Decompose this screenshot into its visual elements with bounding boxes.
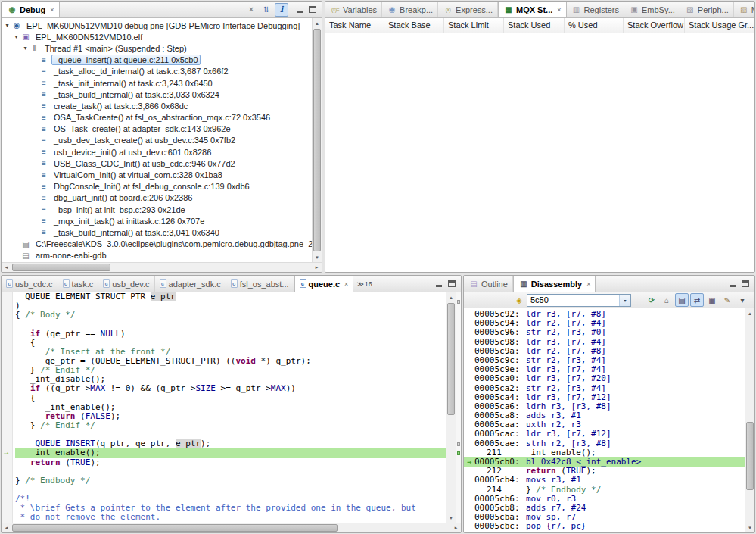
tree-row[interactable]: ≡usb_device_init() at usb_dev.c:601 0x82… [2, 146, 312, 158]
scroll-up-icon[interactable]: ▲ [745, 308, 755, 318]
tab-breakp[interactable]: ◉Breakp... [382, 2, 438, 17]
tab-queue-c[interactable]: cqueue.c× [294, 276, 354, 292]
tab-usb-cdc-c[interactable]: cusb_cdc.c [2, 276, 58, 292]
tree-row[interactable]: ≡dbg_uart_init() at board.c:206 0x2386 [2, 192, 312, 204]
close-icon[interactable]: × [586, 280, 590, 288]
tree-row[interactable]: ≡_usb_dev_task_create() at usb_dev.c:345… [2, 135, 312, 146]
scrollbar-thumb[interactable] [746, 422, 754, 490]
show-opcodes-icon-button[interactable]: ▦ [705, 293, 719, 307]
scroll-down-icon[interactable]: ▼ [745, 523, 755, 532]
tree-row[interactable]: ≡USB_Class_CDC_Init() at usb_cdc.c:946 0… [2, 158, 312, 169]
tab-usb-dev-c[interactable]: cusb_dev.c [98, 276, 154, 292]
close-icon[interactable]: × [344, 280, 348, 288]
scrollbar-thumb[interactable] [12, 524, 338, 532]
expander-icon[interactable]: ▾ [12, 33, 20, 40]
current-line-marker[interactable] [457, 451, 460, 455]
scroll-right-icon[interactable]: ► [312, 263, 322, 273]
tree-row[interactable]: ▾▣EPL_MK60DN512VMD10.elf [2, 31, 312, 42]
minimize-icon[interactable] [729, 280, 736, 287]
disassembly-listing[interactable]: 00005c92:ldr r3, [r7, #8]00005c94:ldr r2… [464, 308, 745, 532]
tree-row[interactable]: ▤arm-none-eabi-gdb [2, 250, 312, 261]
maximize-icon[interactable] [742, 280, 749, 287]
tree-row[interactable]: ≡_task_alloc_td_internal() at task.c:3,6… [2, 66, 312, 77]
combo-dropdown-icon[interactable]: ▾ [619, 295, 630, 306]
column-header-stack-used[interactable]: Stack Used [504, 18, 565, 33]
tree-row[interactable]: ≡_bsp_init() at init_bsp.c:293 0x21de [2, 204, 312, 215]
tab-fsl-os-abst[interactable]: cfsl_os_abst... [226, 276, 294, 292]
disassembly-vertical-scrollbar[interactable]: ▲ ▼ [745, 308, 754, 532]
column-header-used[interactable]: % Used [565, 18, 624, 33]
address-combo-input[interactable] [527, 295, 619, 306]
close-icon[interactable]: × [50, 6, 54, 14]
debug-view-body: ▾◉EPL_MK60DN512VMD10 debug pne [GDB PEMi… [2, 18, 322, 262]
tree-row[interactable]: ≡_task_build_internal() at task.c:3,041 … [2, 226, 312, 238]
tree-row[interactable]: ≡_task_init_internal() at task.c:3,243 0… [2, 77, 312, 89]
remove-terminated-icon-button[interactable]: × [244, 3, 258, 17]
tree-row[interactable]: ≡OSA_TaskCreate() at fsl_os_abstraction_… [2, 112, 312, 123]
tree-row[interactable]: ≡OS_Task_create() at adapter_sdk.c:143 0… [2, 123, 312, 135]
tab-mqx-st[interactable]: ▦MQX St...× [498, 2, 567, 17]
tab-embsy[interactable]: ▣EmbSy... [624, 2, 680, 17]
tree-row[interactable]: ≡VirtualCom_Init() at virtual_com.c:328 … [2, 169, 312, 180]
tree-row[interactable]: ▤C:\Freescale\KDS_3.0.0\eclipse\plugins\… [2, 239, 312, 250]
expander-icon[interactable]: ▾ [21, 45, 30, 52]
debug-vertical-scrollbar[interactable]: ▲ ▼ [312, 18, 322, 262]
tree-row[interactable]: ▾‖Thread #1 <main> (Suspended : Step) [2, 42, 312, 54]
tab-variables[interactable]: (x)=Variables [325, 2, 382, 17]
tab-debug[interactable]: ◉Debug× [2, 2, 60, 17]
code-area[interactable]: QUEUE_ELEMENT_STRUCT_PTR e_ptr){ /* Body… [13, 292, 446, 523]
view-menu-icon-button[interactable]: ▾ [736, 293, 749, 307]
scroll-up-icon[interactable]: ▲ [446, 292, 456, 302]
pemicro-info-icon-button[interactable]: i [275, 3, 288, 17]
sync-context-icon-button[interactable]: ⇄ [690, 293, 704, 307]
scroll-left-icon[interactable]: ◄ [2, 263, 11, 273]
minimize-icon[interactable] [296, 6, 303, 13]
expander-icon[interactable]: ▾ [3, 22, 11, 29]
updown-arrows-icon-button[interactable]: ⇅ [260, 3, 273, 17]
tree-row[interactable]: ≡_queue_insert() at queue.c:211 0x5cb0 [2, 55, 312, 66]
tab-registers[interactable]: ▥Registers [567, 2, 624, 17]
debug-horizontal-scrollbar[interactable]: ◄ ► [2, 262, 322, 272]
scrollbar-thumb[interactable] [447, 303, 455, 415]
maximize-icon[interactable] [309, 6, 316, 13]
tree-row[interactable]: ≡create_task() at task.c:3,866 0x68dc [2, 100, 312, 111]
show-source-icon-button[interactable]: ▤ [675, 293, 689, 307]
tree-row[interactable]: ≡DbgConsole_Init() at fsl_debug_console.… [2, 181, 312, 192]
column-header-stack-base[interactable]: Stack Base [384, 18, 444, 33]
maximize-icon[interactable] [448, 280, 456, 287]
tree-row[interactable]: ≡_mqx_init_task() at inittask.c:126 0x70… [2, 215, 312, 226]
scrollbar-thumb[interactable] [12, 264, 110, 271]
edit-icon-button[interactable]: ✎ [720, 293, 734, 307]
editor-annotation-ruler[interactable]: → [2, 292, 13, 523]
tree-row[interactable]: ≡_task_build_internal() at task.c:3,033 … [2, 89, 312, 100]
column-header-stack-limit[interactable]: Stack Limit [444, 18, 504, 33]
scroll-up-icon[interactable]: ▲ [313, 18, 322, 28]
scrollbar-thumb[interactable] [313, 29, 321, 251]
tab-disassembly[interactable]: ▥Disassembly× [513, 276, 596, 292]
occurrence-marker[interactable] [457, 442, 460, 446]
scroll-down-icon[interactable]: ▼ [313, 252, 322, 262]
column-header-stack-overflow[interactable]: Stack Overflow [624, 18, 685, 33]
close-icon[interactable]: × [557, 6, 561, 14]
tab-adapter-sdk-c[interactable]: cadapter_sdk.c [155, 276, 226, 292]
tab-express[interactable]: (x)Express... [438, 2, 498, 17]
refresh-icon-button[interactable]: ⟳ [645, 293, 658, 307]
overview-ruler[interactable] [456, 292, 461, 523]
editor-vertical-scrollbar[interactable]: ▲ ▼ [446, 292, 456, 523]
minimize-icon[interactable] [435, 280, 443, 287]
scroll-down-icon[interactable]: ▼ [446, 513, 456, 523]
editor-horizontal-scrollbar[interactable]: ◄ ► [2, 523, 461, 532]
home-icon-button[interactable]: ⌂ [660, 293, 674, 307]
tab-periph[interactable]: ▨Periph... [680, 2, 734, 17]
scroll-left-icon[interactable]: ◄ [2, 523, 11, 533]
tab-modules[interactable]: ▧Modules [734, 2, 755, 17]
editor-tab-overflow[interactable]: ≫ 16 [353, 276, 375, 292]
tab-outline[interactable]: ▤Outline [464, 276, 513, 292]
scroll-right-icon[interactable]: ► [451, 523, 461, 533]
address-combo[interactable]: ▾ [527, 294, 631, 307]
tab-task-c[interactable]: ctask.c [58, 276, 99, 292]
column-header-task-name[interactable]: Task Name [325, 18, 384, 33]
occurrence-marker[interactable] [457, 300, 460, 304]
tree-row[interactable]: ▾◉EPL_MK60DN512VMD10 debug pne [GDB PEMi… [2, 20, 312, 31]
column-header-stack-usage-gr[interactable]: Stack Usage Gr... [685, 18, 754, 33]
